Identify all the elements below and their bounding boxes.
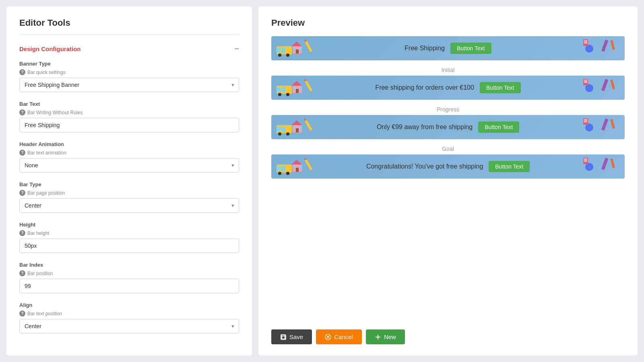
height-group: Height ? Bar height [19,222,239,253]
banner-button-1[interactable]: Button Text [480,82,521,93]
banner-text-3: Congratulations! You've got free shippin… [366,163,483,170]
banner-deco-right-0 [580,36,625,60]
bar-text-hint-text: Bar Writing Without Rules [27,110,83,115]
bar-index-input[interactable] [19,279,239,293]
new-label: New [384,333,396,340]
banner-type-group: Banner Type ? Bar quick settings Free Sh… [19,61,239,92]
banner-bar-1: Free shipping for orders over €100 Butto… [271,76,625,100]
bar-type-hint: ? Bar page position [19,190,239,196]
banner-text-0: Free Shipping [405,45,445,52]
svg-point-23 [286,93,289,96]
banner-type-label: Banner Type [19,61,239,67]
save-label: Save [289,333,303,340]
header-animation-label: Header Animation [19,141,239,147]
save-icon [280,334,287,340]
bar-text-input[interactable] [19,118,239,132]
header-animation-group: Header Animation ? Bar text animation No… [19,141,239,173]
bar-text-hint-icon: ? [19,109,25,115]
header-animation-hint-text: Bar text animation [27,150,66,156]
cancel-icon [325,334,331,340]
header-animation-select[interactable]: None Slide Fade Bounce [19,158,239,173]
main-container: Editor Tools Design Configuration − Bann… [0,0,644,362]
bar-index-hint-icon: ? [19,270,25,276]
collapse-button[interactable]: − [234,45,239,53]
banner-row-2: Progress [271,106,625,139]
banner-bar-0: Free Shipping Button Text [271,36,625,60]
banner-stage-label-2: Progress [271,106,625,113]
banner-deco-right-2 [580,115,625,139]
bar-type-select-wrapper: Center Top Bottom ▼ [19,198,239,213]
svg-rect-31 [601,79,609,91]
align-label: Align [19,302,239,308]
new-button[interactable]: New [366,329,405,344]
banner-button-2[interactable]: Button Text [478,121,519,133]
align-hint-text: Bar text position [27,311,62,317]
save-button[interactable]: Save [271,329,312,344]
align-group: Align ? Bar text position Center Left Ri… [19,302,239,333]
banner-type-select-wrapper: Free Shipping Banner Announcement Banner… [19,78,239,92]
banner-row-3: Goal [271,146,625,179]
banner-deco-right-1 [580,76,625,100]
banner-type-hint: ? Bar quick settings [19,69,239,75]
preview-title: Preview [271,18,625,28]
banner-content-3: Congratulations! You've got free shippin… [271,161,625,172]
header-animation-select-wrapper: None Slide Fade Bounce ▼ [19,158,239,173]
banner-button-3[interactable]: Button Text [489,161,530,172]
banner-type-select[interactable]: Free Shipping Banner Announcement Banner… [19,78,239,92]
bar-text-label: Bar Text [19,101,239,107]
preview-banners: Free Shipping Button Text [271,36,625,321]
svg-point-4 [286,53,289,57]
banner-right-svg-2 [581,116,621,138]
bar-type-select[interactable]: Center Top Bottom [19,198,239,213]
banner-right-svg-3 [581,156,621,177]
svg-rect-69 [601,158,609,170]
align-hint-icon: ? [19,311,25,317]
new-icon [375,334,381,340]
svg-rect-12 [601,39,609,52]
banner-type-hint-icon: ? [19,69,25,75]
svg-rect-13 [610,40,615,50]
banner-bar-3: Congratulations! You've got free shippin… [271,154,625,179]
svg-point-61 [286,172,289,175]
bar-type-hint-text: Bar page position [27,190,65,196]
banner-type-hint-text: Bar quick settings [27,70,66,75]
banner-right-svg-1 [581,77,621,99]
svg-rect-70 [610,158,615,168]
height-hint-text: Bar height [27,230,50,236]
svg-point-41 [278,132,281,136]
bar-index-hint-text: Bar position [27,271,53,276]
svg-point-42 [286,132,289,136]
bar-type-label: Bar Type [19,181,239,187]
svg-rect-50 [601,118,609,131]
banner-content-2: Only €99 away from free shipping Button … [271,121,625,133]
banner-text-1: Free shipping for orders over €100 [375,84,474,91]
align-select-wrapper: Center Left Right ▼ [19,319,239,333]
align-select[interactable]: Center Left Right [19,319,239,333]
cancel-label: Cancel [334,333,353,340]
height-input[interactable] [19,239,239,253]
banner-bar-2: Only €99 away from free shipping Button … [271,115,625,139]
align-hint: ? Bar text position [19,311,239,317]
bar-index-group: Bar Index ? Bar position [19,262,239,293]
header-animation-hint: ? Bar text animation [19,150,239,156]
svg-point-60 [278,172,281,175]
svg-point-3 [278,53,281,57]
height-label: Height [19,222,239,228]
left-panel: Editor Tools Design Configuration − Bann… [6,6,252,356]
height-hint-icon: ? [19,230,25,236]
banner-stage-label-3: Goal [271,146,625,152]
bar-index-label: Bar Index [19,262,239,268]
bar-text-hint: ? Bar Writing Without Rules [19,109,239,115]
section-header: Design Configuration − [19,45,239,53]
banner-deco-right-3 [580,154,625,179]
bar-index-hint: ? Bar position [19,270,239,276]
svg-rect-51 [610,119,615,129]
banner-row-0: Free Shipping Button Text [271,36,625,60]
bar-type-hint-icon: ? [19,190,25,196]
banner-button-0[interactable]: Button Text [450,43,491,54]
cancel-button[interactable]: Cancel [316,329,362,344]
svg-rect-32 [610,79,615,89]
banner-content-0: Free Shipping Button Text [271,43,625,54]
bar-type-group: Bar Type ? Bar page position Center Top … [19,181,239,213]
banner-text-2: Only €99 away from free shipping [377,123,473,131]
